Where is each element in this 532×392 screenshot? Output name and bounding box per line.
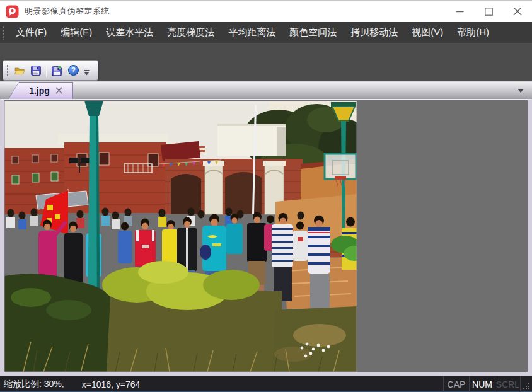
toolbar: ? (3, 60, 98, 81)
tab-close-button[interactable] (55, 87, 62, 94)
status-bar: 缩放比例: 30%, x=1016, y=764 CAP NUM SCRL (0, 376, 532, 392)
save-as-icon (51, 65, 62, 76)
window-resize-grip[interactable] (521, 376, 532, 392)
help-button[interactable]: ? (65, 62, 81, 79)
caps-lock-indicator: CAP (443, 376, 469, 392)
save-as-button[interactable] (49, 62, 65, 79)
photo-1jpg[interactable] (4, 101, 357, 372)
menu-item-copy-move[interactable]: 拷贝移动法 (344, 22, 405, 43)
menu-item-luminance-gradient[interactable]: 亮度梯度法 (160, 22, 221, 43)
menu-item-file[interactable]: 文件(F) (9, 22, 54, 43)
toolbar-grip-icon[interactable] (6, 64, 9, 77)
close-icon (55, 87, 62, 94)
app-logo-icon (6, 5, 19, 18)
menu-item-error-level-analysis[interactable]: 误差水平法 (99, 22, 160, 43)
title-bar: 明景影像真伪鉴定系统 (0, 1, 532, 22)
chevron-down-icon (84, 69, 90, 76)
tab-label: 1.jpg (29, 86, 50, 96)
folder-open-icon (14, 65, 26, 76)
resize-grip-icon (523, 383, 530, 391)
close-button[interactable] (503, 1, 532, 22)
menu-bar: 文件(F) 编辑(E) 误差水平法 亮度梯度法 平均距离法 颜色空间法 拷贝移动… (0, 22, 532, 43)
tool-strip: ? (0, 43, 532, 81)
save-button[interactable] (28, 62, 44, 79)
tab-bar: 1.jpg (0, 81, 532, 99)
toolbar-separator (46, 64, 47, 77)
svg-text:?: ? (71, 66, 76, 74)
menu-item-color-space[interactable]: 颜色空间法 (282, 22, 344, 43)
maximize-button[interactable] (474, 1, 503, 22)
cursor-coordinates-text: x=1016, y=764 (82, 379, 141, 389)
open-file-button[interactable] (11, 62, 28, 79)
scroll-lock-indicator: SCRL (495, 376, 521, 392)
minimize-button[interactable] (445, 1, 474, 22)
menubar-grip-icon[interactable] (1, 26, 5, 40)
save-icon (30, 65, 42, 76)
app-window: 明景影像真伪鉴定系统 文件(F) 编辑(E) 误差水平法 亮度梯度法 平均距离法… (0, 0, 532, 392)
menu-item-help[interactable]: 帮助(H) (450, 22, 496, 43)
tab-list-dropdown-button[interactable] (518, 89, 524, 93)
toolbar-overflow-button[interactable] (83, 62, 90, 79)
num-lock-indicator: NUM (469, 376, 495, 392)
window-title: 明景影像真伪鉴定系统 (25, 6, 110, 17)
minimize-icon (456, 8, 464, 16)
menu-item-average-distance[interactable]: 平均距离法 (221, 22, 282, 43)
close-icon (513, 7, 522, 16)
image-viewport[interactable] (0, 99, 532, 376)
menu-item-edit[interactable]: 编辑(E) (54, 22, 99, 43)
help-icon: ? (67, 64, 79, 76)
menu-item-view[interactable]: 视图(V) (405, 22, 450, 43)
tab-1jpg[interactable]: 1.jpg (8, 82, 73, 99)
maximize-icon (485, 8, 493, 16)
zoom-level-text: 缩放比例: 30%, (4, 379, 64, 390)
